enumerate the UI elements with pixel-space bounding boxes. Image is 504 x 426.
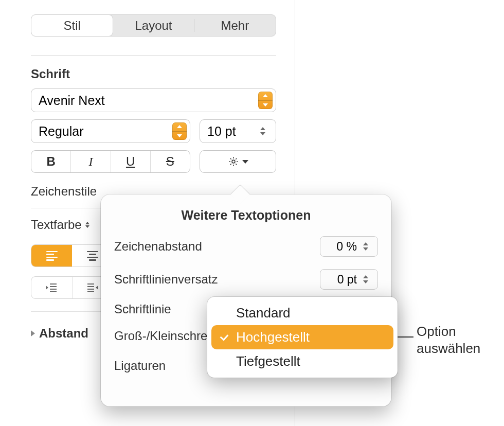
gear-icon (228, 156, 239, 167)
more-text-options-button[interactable] (200, 150, 276, 173)
font-family-stepper-icon (258, 92, 273, 109)
zeichenabstand-value: 0 % (327, 240, 359, 254)
tab-stil[interactable]: Stil (31, 15, 113, 36)
option-hochgestellt[interactable]: Hochgestellt (211, 325, 393, 349)
zeichenabstand-field[interactable]: 0 % (320, 236, 378, 257)
text-format-segmented: B I U S (31, 150, 190, 173)
svg-marker-5 (46, 286, 48, 290)
font-family-select[interactable]: Avenir Next (31, 88, 276, 112)
inspector-tabs: Stil Layout Mehr (31, 14, 276, 37)
tab-layout[interactable]: Layout (113, 15, 194, 36)
align-left-button[interactable] (31, 245, 72, 267)
bold-button[interactable]: B (31, 151, 71, 172)
italic-button[interactable]: I (71, 151, 111, 172)
popover-title: Weitere Textoptionen (114, 208, 378, 223)
versatz-label: Schriftlinienversatz (114, 272, 320, 287)
indent-icon (86, 282, 99, 293)
callout-text: Option auswählen (417, 323, 480, 357)
textfarbe-label: Textfarbe (31, 218, 82, 232)
font-style-select[interactable]: Regular (31, 119, 190, 143)
textfarbe-stepper-icon (85, 222, 89, 228)
option-tiefgestellt[interactable]: Tiefgestellt (211, 349, 393, 374)
option-standard[interactable]: Standard (211, 301, 393, 325)
underline-label: U (126, 154, 135, 169)
font-family-value: Avenir Next (39, 93, 105, 108)
strike-button[interactable]: S (151, 151, 190, 172)
versatz-field[interactable]: 0 pt (320, 269, 378, 290)
zeichenabstand-label: Zeichenabstand (114, 239, 320, 254)
tab-mehr-label: Mehr (221, 19, 249, 33)
schriftlinie-dropdown: Standard Hochgestellt Tiefgestellt (207, 297, 398, 378)
tab-mehr[interactable]: Mehr (194, 15, 276, 36)
option-tiefgestellt-label: Tiefgestellt (236, 353, 300, 369)
svg-marker-10 (96, 286, 98, 290)
versatz-value: 0 pt (327, 273, 359, 287)
abstand-label: Abstand (39, 326, 88, 341)
checkmark-icon (219, 334, 230, 341)
underline-button[interactable]: U (111, 151, 151, 172)
divider (31, 55, 276, 56)
font-size-field[interactable]: 10 pt (200, 119, 276, 143)
callout-leader-line (397, 336, 413, 338)
font-style-value: Regular (39, 124, 84, 139)
font-section-label: Schrift (31, 67, 276, 81)
svg-point-0 (232, 160, 235, 163)
outdent-button[interactable] (31, 277, 73, 298)
versatz-stepper[interactable] (363, 271, 374, 288)
disclosure-triangle-icon (31, 330, 35, 336)
option-standard-label: Standard (236, 305, 291, 321)
tab-stil-label: Stil (63, 19, 80, 33)
strike-label: S (166, 154, 174, 169)
font-size-stepper[interactable] (260, 122, 272, 140)
font-style-stepper-icon (172, 122, 187, 140)
bold-label: B (46, 154, 55, 169)
zeichenstile-text: Zeichenstile (31, 184, 97, 199)
italic-label: I (88, 155, 93, 169)
outdent-icon (45, 282, 58, 293)
option-hochgestellt-label: Hochgestellt (236, 329, 310, 345)
chevron-down-icon (242, 160, 248, 164)
tab-layout-label: Layout (135, 19, 172, 33)
font-size-value: 10 pt (207, 124, 236, 139)
zeichenabstand-stepper[interactable] (363, 238, 374, 255)
